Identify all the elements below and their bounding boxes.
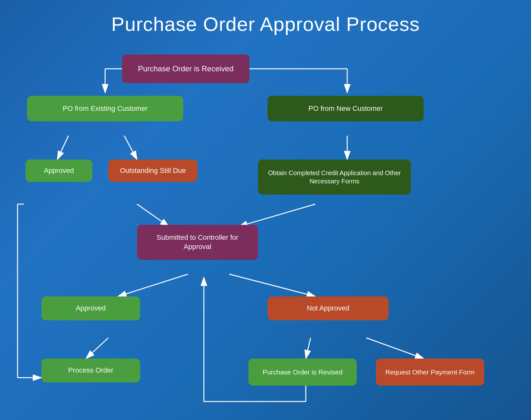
svg-line-13 [229,274,315,296]
node-submitted-controller: Submitted to Controller for Approval [137,225,258,260]
node-po-existing: PO from Existing Customer [27,96,183,121]
node-po-received: Purchase Order is Received [122,54,249,83]
node-not-approved: Not Approved [268,296,389,320]
svg-line-10 [137,204,169,226]
page-title: Purchase Order Approval Process [0,0,531,45]
node-po-new: PO from New Customer [268,96,424,121]
svg-line-14 [86,338,108,359]
node-outstanding: Outstanding Still Due [108,160,197,182]
svg-line-15 [306,338,311,359]
node-obtain-credit: Obtain Completed Credit Application and … [258,160,411,195]
node-approved-2: Approved [41,296,140,320]
node-po-revised: Purchase Order is Revised [248,359,357,386]
svg-line-11 [239,204,315,226]
node-process-order: Process Order [41,359,140,382]
svg-line-8 [124,136,137,160]
svg-line-7 [57,136,68,160]
node-approved-1: Approved [25,160,92,182]
svg-line-12 [118,274,188,296]
svg-line-16 [366,338,424,359]
node-request-payment: Request Other Payment Form [376,359,484,386]
